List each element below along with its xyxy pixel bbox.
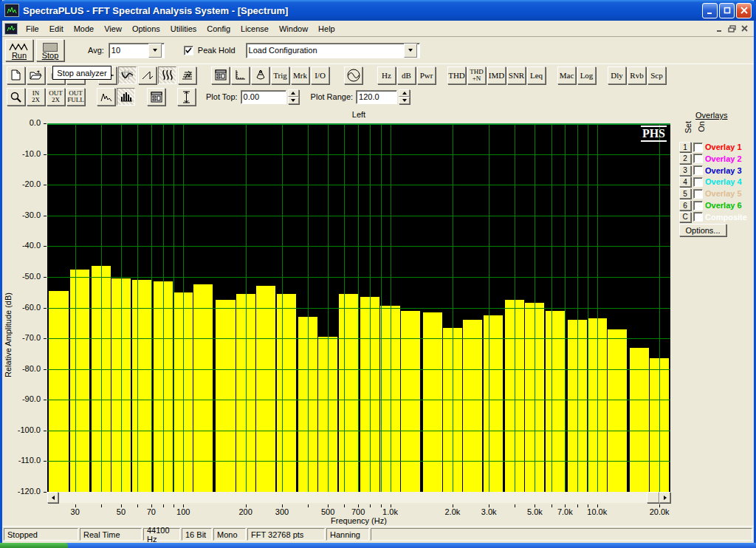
- plot-range-input[interactable]: 120.0: [356, 90, 397, 104]
- db-button[interactable]: dB: [397, 66, 416, 84]
- mdi-close-button[interactable]: [738, 24, 750, 34]
- thdn-button[interactable]: THD +N: [467, 66, 486, 84]
- restore-button[interactable]: [719, 3, 735, 18]
- line-plot-button[interactable]: [97, 88, 115, 106]
- load-configuration-select[interactable]: Load Configuration: [246, 43, 420, 58]
- menu-license[interactable]: License: [236, 22, 274, 35]
- thdn-label-2: +N: [472, 75, 481, 82]
- new-file-button[interactable]: [7, 66, 25, 84]
- avg-dropdown-icon[interactable]: [148, 44, 162, 58]
- open-file-button[interactable]: [27, 66, 45, 84]
- spectrum-view-button[interactable]: [118, 66, 137, 84]
- menu-utilities[interactable]: Utilities: [165, 22, 202, 35]
- minimize-button[interactable]: [702, 3, 718, 18]
- menu-help[interactable]: Help: [313, 22, 340, 35]
- x-tick-mark: [370, 504, 371, 507]
- reverb-button[interactable]: Rvb: [628, 66, 646, 84]
- y-tick-label: -60.0: [2, 303, 41, 312]
- delay-button[interactable]: Dly: [608, 66, 626, 84]
- menu-edit[interactable]: Edit: [44, 22, 69, 35]
- plot-range-up-icon[interactable]: [399, 89, 410, 97]
- overlay-on-checkbox-5[interactable]: [693, 189, 703, 199]
- overlay-set-button-4[interactable]: 4: [679, 177, 691, 187]
- menu-options[interactable]: Options: [127, 22, 165, 35]
- io-button[interactable]: I/O: [311, 66, 329, 84]
- scroll-right-button[interactable]: [659, 492, 670, 503]
- menu-file[interactable]: File: [21, 22, 44, 35]
- waterfall-view-button[interactable]: [178, 66, 196, 84]
- display-options-button[interactable]: [147, 88, 165, 106]
- plot-range-down-icon[interactable]: [399, 97, 410, 104]
- overlay-options-button[interactable]: Options...: [679, 224, 726, 236]
- status-channels: Mono: [213, 528, 246, 541]
- overlay-on-checkbox-6[interactable]: [693, 201, 703, 210]
- avg-select[interactable]: 10: [109, 43, 165, 58]
- spectrogram-view-button[interactable]: [158, 66, 176, 84]
- thd-button[interactable]: THD: [447, 66, 466, 84]
- overlay-set-button-c[interactable]: C: [679, 212, 691, 222]
- peak-hold-checkbox[interactable]: [184, 46, 193, 55]
- bar-plot-button[interactable]: [117, 88, 135, 106]
- overlay-options-label: Options...: [685, 226, 720, 235]
- y-tick-mark: [44, 431, 47, 431]
- overlay-set-button-6[interactable]: 6: [679, 200, 691, 210]
- analysis-toolbar: Stop analyzer Trig Mrk I/O: [2, 64, 754, 86]
- overlay-set-button-5[interactable]: 5: [679, 188, 691, 199]
- scroll-thumb[interactable]: [647, 492, 659, 503]
- overlay-on-checkbox-1[interactable]: [693, 143, 703, 152]
- load-config-dropdown-icon[interactable]: [404, 44, 417, 58]
- zoom-out-2x-button[interactable]: OUT 2X: [47, 88, 65, 106]
- stop-button[interactable]: Stop: [36, 39, 64, 61]
- settings-dialog-button[interactable]: [211, 66, 230, 84]
- overlay-on-checkbox-3[interactable]: [693, 165, 703, 175]
- taskbar-fragment: [0, 543, 756, 548]
- hz-label: Hz: [382, 71, 391, 80]
- overlay-set-button-3[interactable]: 3: [679, 165, 691, 176]
- marker-button[interactable]: Mrk: [291, 66, 309, 84]
- scroll-left-button[interactable]: [47, 492, 58, 503]
- leq-button[interactable]: Leq: [527, 66, 546, 84]
- zoom-out-full-button[interactable]: OUT FULL: [66, 88, 85, 106]
- zoom-in-2x-button[interactable]: IN 2X: [27, 88, 45, 106]
- start-button-fragment[interactable]: [0, 543, 68, 548]
- overlay-set-button-2[interactable]: 2: [679, 154, 691, 164]
- menu-window[interactable]: Window: [274, 22, 313, 35]
- log-button[interactable]: Log: [577, 66, 596, 84]
- tooltip-text: Stop analyzer: [57, 69, 106, 78]
- phase-view-button[interactable]: [138, 66, 157, 84]
- menu-view[interactable]: View: [99, 22, 127, 35]
- hz-button[interactable]: Hz: [377, 66, 396, 84]
- vertical-scale-button[interactable]: [177, 88, 196, 106]
- overlay-set-button-1[interactable]: 1: [679, 142, 691, 152]
- zoom-button[interactable]: [7, 88, 25, 106]
- menu-config[interactable]: Config: [202, 22, 236, 35]
- plot-top-input[interactable]: 0.00: [241, 90, 286, 104]
- snr-button[interactable]: SNR: [507, 66, 526, 84]
- scope-button[interactable]: Scp: [647, 66, 666, 84]
- horizontal-scrollbar[interactable]: [47, 492, 670, 503]
- plot-top-down-icon[interactable]: [288, 97, 299, 104]
- run-button[interactable]: Run: [5, 39, 33, 61]
- y-tick-label: -30.0: [2, 210, 41, 219]
- overlay-on-checkbox-4[interactable]: [693, 177, 703, 187]
- app-window: SpectraPLUS - FFT Spectral Analysis Syst…: [0, 0, 756, 543]
- plot-top-spinner[interactable]: [288, 89, 299, 104]
- close-button[interactable]: [736, 3, 752, 18]
- pwr-button[interactable]: Pwr: [417, 66, 436, 84]
- scale-ruler-button[interactable]: [231, 66, 250, 84]
- avg-label: Avg:: [88, 46, 104, 55]
- mdi-minimize-button[interactable]: [713, 24, 725, 34]
- trigger-button[interactable]: Trig: [271, 66, 289, 84]
- plot-range-spinner[interactable]: [399, 89, 410, 104]
- signal-generator-button[interactable]: [344, 66, 362, 84]
- mdi-restore-button[interactable]: [726, 24, 738, 34]
- menu-mode[interactable]: Mode: [69, 22, 100, 35]
- plot-top-up-icon[interactable]: [288, 89, 299, 97]
- overlay-on-checkbox-c[interactable]: [693, 212, 703, 222]
- imd-button[interactable]: IMD: [487, 66, 506, 84]
- calipers-button[interactable]: [251, 66, 269, 84]
- x-tick-mark: [344, 504, 345, 507]
- overlay-on-checkbox-2[interactable]: [693, 154, 703, 163]
- x-tick-mark: [101, 504, 102, 507]
- macro-button[interactable]: Mac: [557, 66, 576, 84]
